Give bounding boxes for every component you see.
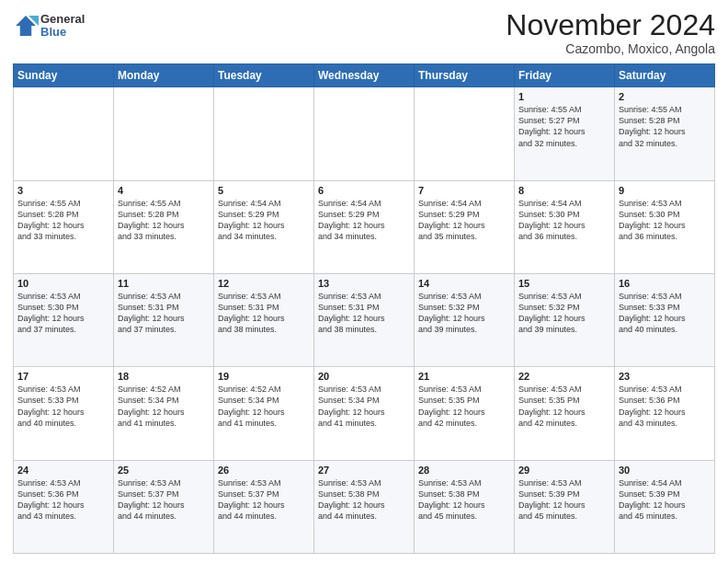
day-number: 21 — [418, 371, 510, 382]
cell-info-text: Sunrise: 4:53 AM Sunset: 5:32 PM Dayligh… — [518, 291, 610, 336]
day-number: 26 — [218, 465, 310, 476]
cell-info-text: Sunrise: 4:52 AM Sunset: 5:34 PM Dayligh… — [218, 384, 310, 429]
weekday-header-friday: Friday — [515, 64, 615, 87]
day-number: 13 — [318, 278, 410, 289]
day-number: 3 — [17, 185, 109, 196]
calendar-cell: 19Sunrise: 4:52 AM Sunset: 5:34 PM Dayli… — [214, 367, 314, 460]
day-number: 28 — [418, 465, 510, 476]
calendar-cell: 18Sunrise: 4:52 AM Sunset: 5:34 PM Dayli… — [114, 367, 214, 460]
calendar-week-5: 24Sunrise: 4:53 AM Sunset: 5:36 PM Dayli… — [14, 460, 715, 553]
logo-general-text: General — [40, 13, 85, 26]
page-container: General Blue November 2024 Cazombo, Moxi… — [0, 0, 728, 563]
calendar-cell: 11Sunrise: 4:53 AM Sunset: 5:31 PM Dayli… — [114, 273, 214, 366]
cell-info-text: Sunrise: 4:53 AM Sunset: 5:35 PM Dayligh… — [418, 384, 510, 429]
day-number: 11 — [118, 278, 210, 289]
cell-info-text: Sunrise: 4:53 AM Sunset: 5:38 PM Dayligh… — [318, 477, 410, 523]
calendar-cell: 30Sunrise: 4:54 AM Sunset: 5:39 PM Dayli… — [615, 460, 715, 553]
cell-info-text: Sunrise: 4:55 AM Sunset: 5:28 PM Dayligh… — [118, 198, 210, 243]
header: General Blue November 2024 Cazombo, Moxi… — [13, 9, 715, 56]
calendar-cell: 4Sunrise: 4:55 AM Sunset: 5:28 PM Daylig… — [114, 180, 214, 273]
calendar-cell: 14Sunrise: 4:53 AM Sunset: 5:32 PM Dayli… — [415, 273, 515, 366]
weekday-header-sunday: Sunday — [14, 64, 114, 87]
calendar-cell: 28Sunrise: 4:53 AM Sunset: 5:38 PM Dayli… — [415, 460, 515, 553]
cell-info-text: Sunrise: 4:55 AM Sunset: 5:27 PM Dayligh… — [518, 104, 610, 149]
calendar-cell: 17Sunrise: 4:53 AM Sunset: 5:33 PM Dayli… — [14, 367, 114, 460]
calendar-cell: 3Sunrise: 4:55 AM Sunset: 5:28 PM Daylig… — [14, 180, 114, 273]
cell-info-text: Sunrise: 4:53 AM Sunset: 5:37 PM Dayligh… — [218, 477, 310, 523]
day-number: 29 — [518, 465, 610, 476]
day-number: 30 — [619, 465, 711, 476]
calendar-cell: 15Sunrise: 4:53 AM Sunset: 5:32 PM Dayli… — [515, 273, 615, 366]
calendar-cell: 8Sunrise: 4:54 AM Sunset: 5:30 PM Daylig… — [515, 180, 615, 273]
day-number: 6 — [318, 185, 410, 196]
month-title: November 2024 — [506, 9, 715, 41]
calendar-week-3: 10Sunrise: 4:53 AM Sunset: 5:30 PM Dayli… — [14, 273, 715, 366]
calendar-cell: 20Sunrise: 4:53 AM Sunset: 5:34 PM Dayli… — [314, 367, 415, 460]
cell-info-text: Sunrise: 4:53 AM Sunset: 5:35 PM Dayligh… — [518, 384, 610, 429]
weekday-header-wednesday: Wednesday — [314, 64, 415, 87]
cell-info-text: Sunrise: 4:53 AM Sunset: 5:39 PM Dayligh… — [518, 477, 610, 523]
day-number: 8 — [518, 185, 610, 196]
cell-info-text: Sunrise: 4:55 AM Sunset: 5:28 PM Dayligh… — [619, 104, 711, 149]
day-number: 1 — [518, 91, 610, 102]
cell-info-text: Sunrise: 4:53 AM Sunset: 5:33 PM Dayligh… — [17, 384, 109, 429]
cell-info-text: Sunrise: 4:53 AM Sunset: 5:32 PM Dayligh… — [418, 291, 510, 336]
calendar-cell: 16Sunrise: 4:53 AM Sunset: 5:33 PM Dayli… — [615, 273, 715, 366]
cell-info-text: Sunrise: 4:53 AM Sunset: 5:36 PM Dayligh… — [17, 477, 109, 523]
day-number: 10 — [17, 278, 109, 289]
day-number: 5 — [218, 185, 310, 196]
cell-info-text: Sunrise: 4:54 AM Sunset: 5:29 PM Dayligh… — [418, 198, 510, 243]
day-number: 2 — [619, 91, 711, 102]
calendar-table: SundayMondayTuesdayWednesdayThursdayFrid… — [13, 63, 715, 554]
day-number: 17 — [17, 371, 109, 382]
cell-info-text: Sunrise: 4:55 AM Sunset: 5:28 PM Dayligh… — [17, 198, 109, 243]
calendar-cell: 2Sunrise: 4:55 AM Sunset: 5:28 PM Daylig… — [615, 87, 715, 180]
day-number: 25 — [118, 465, 210, 476]
day-number: 22 — [518, 371, 610, 382]
cell-info-text: Sunrise: 4:54 AM Sunset: 5:30 PM Dayligh… — [518, 198, 610, 243]
calendar-cell: 13Sunrise: 4:53 AM Sunset: 5:31 PM Dayli… — [314, 273, 415, 366]
cell-info-text: Sunrise: 4:54 AM Sunset: 5:29 PM Dayligh… — [218, 198, 310, 243]
weekday-header-tuesday: Tuesday — [214, 64, 314, 87]
day-number: 27 — [318, 465, 410, 476]
logo-icon — [13, 13, 39, 39]
logo-text: General Blue — [40, 13, 85, 40]
calendar-cell — [214, 87, 314, 180]
location-subtitle: Cazombo, Moxico, Angola — [506, 41, 715, 56]
calendar-cell: 27Sunrise: 4:53 AM Sunset: 5:38 PM Dayli… — [314, 460, 415, 553]
calendar-week-2: 3Sunrise: 4:55 AM Sunset: 5:28 PM Daylig… — [14, 180, 715, 273]
calendar-cell: 5Sunrise: 4:54 AM Sunset: 5:29 PM Daylig… — [214, 180, 314, 273]
calendar-cell: 24Sunrise: 4:53 AM Sunset: 5:36 PM Dayli… — [14, 460, 114, 553]
calendar-cell: 25Sunrise: 4:53 AM Sunset: 5:37 PM Dayli… — [114, 460, 214, 553]
cell-info-text: Sunrise: 4:53 AM Sunset: 5:33 PM Dayligh… — [619, 291, 711, 336]
day-number: 23 — [619, 371, 711, 382]
cell-info-text: Sunrise: 4:53 AM Sunset: 5:31 PM Dayligh… — [318, 291, 410, 336]
logo-blue-text: Blue — [40, 26, 85, 39]
day-number: 18 — [118, 371, 210, 382]
cell-info-text: Sunrise: 4:53 AM Sunset: 5:37 PM Dayligh… — [118, 477, 210, 523]
cell-info-text: Sunrise: 4:53 AM Sunset: 5:30 PM Dayligh… — [619, 198, 711, 243]
day-number: 14 — [418, 278, 510, 289]
calendar-cell: 22Sunrise: 4:53 AM Sunset: 5:35 PM Dayli… — [515, 367, 615, 460]
cell-info-text: Sunrise: 4:53 AM Sunset: 5:31 PM Dayligh… — [218, 291, 310, 336]
cell-info-text: Sunrise: 4:53 AM Sunset: 5:30 PM Dayligh… — [17, 291, 109, 336]
calendar-week-1: 1Sunrise: 4:55 AM Sunset: 5:27 PM Daylig… — [14, 87, 715, 180]
logo: General Blue — [13, 13, 85, 40]
day-number: 20 — [318, 371, 410, 382]
day-number: 7 — [418, 185, 510, 196]
calendar-cell — [14, 87, 114, 180]
day-number: 12 — [218, 278, 310, 289]
cell-info-text: Sunrise: 4:54 AM Sunset: 5:29 PM Dayligh… — [318, 198, 410, 243]
weekday-header-row: SundayMondayTuesdayWednesdayThursdayFrid… — [14, 64, 715, 87]
day-number: 4 — [118, 185, 210, 196]
calendar-cell: 21Sunrise: 4:53 AM Sunset: 5:35 PM Dayli… — [415, 367, 515, 460]
day-number: 9 — [619, 185, 711, 196]
title-block: November 2024 Cazombo, Moxico, Angola — [506, 9, 715, 56]
calendar-cell: 23Sunrise: 4:53 AM Sunset: 5:36 PM Dayli… — [615, 367, 715, 460]
weekday-header-saturday: Saturday — [615, 64, 715, 87]
day-number: 19 — [218, 371, 310, 382]
calendar-cell: 10Sunrise: 4:53 AM Sunset: 5:30 PM Dayli… — [14, 273, 114, 366]
calendar-cell — [415, 87, 515, 180]
day-number: 15 — [518, 278, 610, 289]
day-number: 16 — [619, 278, 711, 289]
